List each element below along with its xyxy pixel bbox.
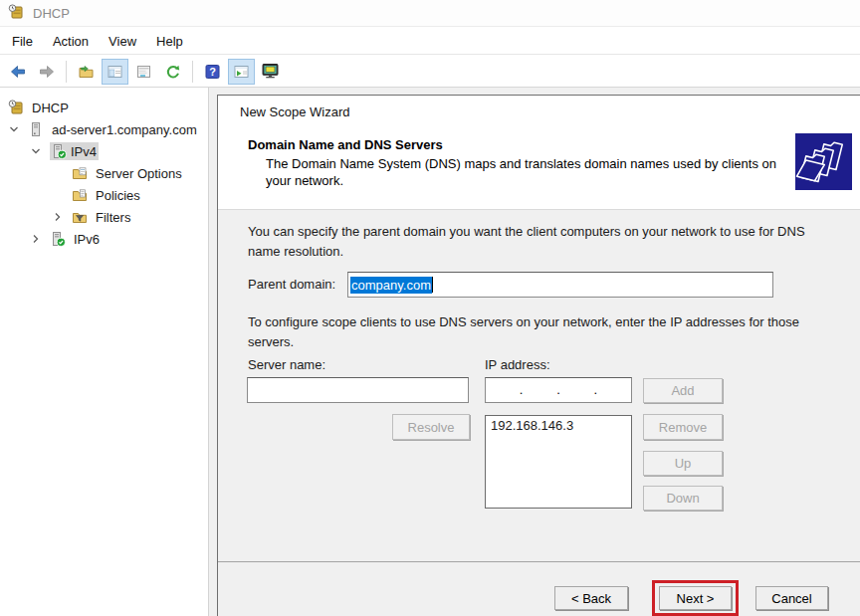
server-check-icon bbox=[51, 143, 68, 159]
toolbar-separator bbox=[192, 61, 193, 83]
dhcp-root-icon bbox=[8, 100, 25, 115]
show-action-pane-icon[interactable] bbox=[228, 59, 255, 85]
server-options-folder-icon bbox=[72, 165, 89, 181]
parent-domain-input[interactable]: company.com bbox=[347, 272, 773, 298]
selected-text: company.com bbox=[350, 277, 432, 294]
ip-address-label: IP address: bbox=[485, 357, 550, 372]
cancel-button[interactable]: Cancel bbox=[755, 586, 828, 610]
tree-label[interactable]: Filters bbox=[93, 209, 133, 226]
new-scope-wizard-dialog: New Scope Wizard Domain Name and DNS Ser… bbox=[217, 95, 860, 616]
chevron-right-icon[interactable] bbox=[30, 233, 50, 245]
tree-label[interactable]: Policies bbox=[93, 187, 143, 204]
wizard-page-description: The Domain Name System (DNS) maps and tr… bbox=[266, 155, 798, 189]
server-name-label: Server name: bbox=[248, 357, 325, 372]
tree-label[interactable]: DHCP bbox=[29, 100, 72, 116]
chevron-right-icon[interactable] bbox=[52, 211, 72, 223]
svg-text:?: ? bbox=[209, 66, 216, 78]
down-button[interactable]: Down bbox=[643, 486, 723, 511]
server-icon bbox=[28, 121, 45, 137]
wizard-folders-icon bbox=[795, 133, 852, 190]
tree-item-dhcp-root[interactable]: DHCP bbox=[0, 97, 208, 118]
list-item[interactable]: 192.168.146.3 bbox=[486, 416, 631, 435]
toolbar: ? bbox=[0, 56, 860, 88]
menu-help[interactable]: Help bbox=[146, 30, 193, 53]
server-name-text-field[interactable] bbox=[248, 378, 468, 402]
wizard-title: New Scope Wizard bbox=[240, 104, 350, 119]
tree-item-policies[interactable]: Policies bbox=[0, 184, 208, 206]
parent-domain-label: Parent domain: bbox=[248, 277, 335, 292]
filters-folder-icon bbox=[72, 209, 89, 225]
menu-bar: File Action View Help bbox=[0, 28, 860, 55]
dns-server-list[interactable]: 192.168.146.3 bbox=[485, 415, 632, 509]
window-title: DHCP bbox=[33, 6, 70, 21]
dns-servers-instruction-text: To configure scope clients to use DNS se… bbox=[248, 312, 845, 352]
tree-item-ipv4[interactable]: IPv4 bbox=[0, 140, 208, 162]
text-caret bbox=[432, 277, 433, 293]
main-area: DHCP ad-server1.company.com bbox=[0, 88, 860, 616]
ip-octet-separator: . bbox=[594, 377, 598, 403]
ip-octet-separator: . bbox=[556, 377, 560, 403]
resolve-button[interactable]: Resolve bbox=[392, 414, 470, 440]
menu-file[interactable]: File bbox=[2, 30, 43, 53]
tree-label[interactable]: IPv6 bbox=[71, 231, 103, 248]
properties-icon[interactable] bbox=[130, 59, 157, 85]
wizard-footer: < Back Next > Cancel bbox=[218, 561, 860, 616]
remote-computer-icon[interactable] bbox=[257, 59, 284, 85]
help-icon[interactable]: ? bbox=[199, 59, 226, 85]
wizard-body: You can specify the parent domain you wa… bbox=[218, 211, 860, 561]
toolbar-separator bbox=[66, 61, 67, 83]
wizard-page-title: Domain Name and DNS Servers bbox=[248, 137, 443, 152]
up-button[interactable]: Up bbox=[643, 451, 723, 476]
tree-item-server[interactable]: ad-server1.company.com bbox=[0, 118, 208, 140]
add-button[interactable]: Add bbox=[643, 378, 723, 403]
dhcp-app-icon bbox=[8, 4, 24, 23]
title-bar: DHCP bbox=[0, 0, 860, 27]
policies-folder-icon bbox=[72, 187, 89, 203]
console-tree-panel: DHCP ad-server1.company.com bbox=[0, 88, 209, 616]
back-arrow-icon[interactable] bbox=[4, 59, 31, 85]
dhcp-console-window: DHCP File Action View Help bbox=[0, 0, 860, 616]
tree-item-ipv6[interactable]: IPv6 bbox=[0, 228, 208, 250]
tree-label[interactable]: IPv4 bbox=[71, 144, 97, 159]
ip-octet-separator: . bbox=[520, 377, 524, 403]
menu-action[interactable]: Action bbox=[43, 30, 99, 53]
wizard-header: New Scope Wizard Domain Name and DNS Ser… bbox=[218, 96, 860, 210]
menu-view[interactable]: View bbox=[99, 30, 146, 53]
ip-address-input[interactable]: . . . bbox=[485, 377, 632, 403]
back-button[interactable]: < Back bbox=[554, 586, 628, 610]
forward-arrow-icon[interactable] bbox=[33, 59, 60, 85]
tree-label[interactable]: ad-server1.company.com bbox=[49, 121, 200, 138]
parent-domain-intro-text: You can specify the parent domain you wa… bbox=[248, 222, 837, 262]
tree-selected-highlight: IPv4 bbox=[50, 142, 99, 160]
tree-item-filters[interactable]: Filters bbox=[0, 206, 208, 228]
export-folder-icon[interactable] bbox=[73, 59, 100, 85]
show-console-tree-icon[interactable] bbox=[102, 59, 128, 85]
tree-item-server-options[interactable]: Server Options bbox=[0, 162, 208, 184]
server-check-icon bbox=[50, 231, 67, 247]
refresh-icon[interactable] bbox=[159, 59, 186, 85]
server-name-input[interactable] bbox=[247, 377, 469, 403]
tree-label[interactable]: Server Options bbox=[93, 165, 185, 182]
next-button[interactable]: Next > bbox=[659, 586, 732, 610]
chevron-down-icon[interactable] bbox=[30, 145, 50, 157]
remove-button[interactable]: Remove bbox=[643, 414, 723, 440]
chevron-down-icon[interactable] bbox=[8, 123, 28, 135]
